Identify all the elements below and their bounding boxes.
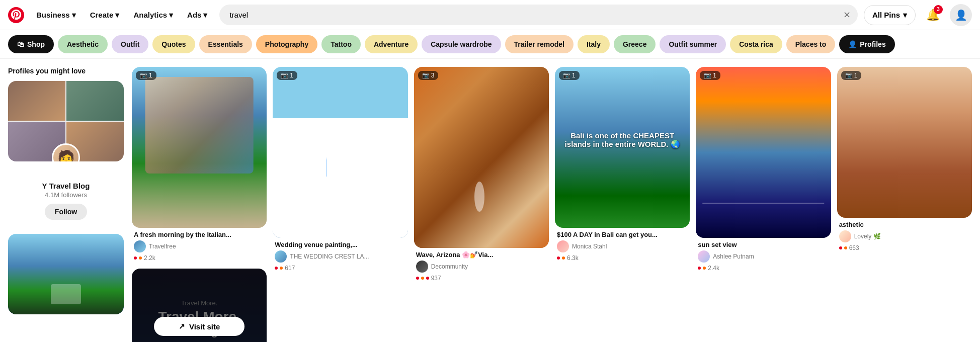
pin-info-aesthetic: asthetic Lovely 🌿 663: [837, 218, 972, 252]
pin-stats-sunset: 2.4k: [698, 265, 829, 272]
nav-create[interactable]: Create ▾: [84, 7, 126, 24]
pin-author-avatar-aesthetic: [839, 230, 851, 242]
stat-dot-bali-1: [557, 256, 560, 260]
user-avatar[interactable]: 👤: [950, 4, 972, 26]
camera-icon-bali: 📷: [563, 72, 570, 79]
pin-author-avatar-sunset: [698, 250, 710, 263]
pin-badge-wave: 📷 3: [418, 71, 439, 80]
chip-photography[interactable]: Photography: [256, 35, 317, 53]
pin-author-name-sunset: Ashlee Putnam: [713, 253, 754, 260]
camera-icon-amalfi: 📷: [140, 72, 147, 79]
pin-card-aesthetic[interactable]: 📷 1 asthetic Lovely 🌿 663: [837, 67, 972, 252]
stat-dot-bali-2: [562, 256, 565, 260]
chip-essentials[interactable]: Essentials: [199, 35, 252, 53]
sidebar-second-pin[interactable]: 📷 1: [8, 234, 124, 314]
chip-aesthetic[interactable]: Aesthetic: [58, 35, 108, 53]
create-chevron-icon: ▾: [115, 11, 119, 20]
stat-dot-aesthetic-2: [844, 246, 847, 249]
all-pins-button[interactable]: All Pins ▾: [864, 5, 916, 25]
search-input[interactable]: [219, 5, 858, 25]
pin-card-inner-sunset: 📷 1: [696, 67, 831, 238]
chip-adventure[interactable]: Adventure: [365, 35, 418, 53]
search-bar: ✕: [219, 5, 858, 25]
pin-card-inner-greece: 📷 1: [273, 67, 407, 238]
chip-costa-rica[interactable]: Costa rica: [730, 35, 782, 53]
pin-title-wave: Wave, Arizona 🌸💅Via...: [416, 251, 547, 259]
stat-dot-wave-3: [426, 277, 429, 280]
ads-chevron-icon: ▾: [203, 11, 207, 20]
pin-badge-greece: 📷 1: [277, 71, 297, 80]
chip-italy[interactable]: Italy: [578, 35, 610, 53]
pin-title-sunset: sun set view: [698, 241, 829, 248]
chip-outfit-summer[interactable]: Outfit summer: [660, 35, 726, 53]
pin-image-wave: [414, 67, 549, 248]
pin-author-row-sunset: Ashlee Putnam: [698, 250, 829, 263]
chip-quotes[interactable]: Quotes: [152, 35, 195, 53]
search-clear-icon[interactable]: ✕: [843, 10, 851, 21]
pin-card-promo[interactable]: Travel More. Travel More. 3 Free Nights …: [132, 269, 267, 342]
stat-dot-2: [139, 256, 142, 260]
visit-site-icon: ↗: [179, 322, 185, 331]
chip-greece[interactable]: Greece: [614, 35, 656, 53]
nav-ads[interactable]: Ads ▾: [181, 7, 213, 24]
chip-tattoo[interactable]: Tattoo: [321, 35, 361, 53]
pin-info-bali: $100 A DAY in Bali can get you... Monica…: [555, 228, 690, 263]
pin-author-name-aesthetic: Lovely 🌿: [854, 233, 881, 240]
camera-icon-aesthetic: 📷: [845, 72, 853, 79]
visit-site-button[interactable]: ↗ Visit site: [154, 317, 244, 336]
bali-overlay-text: Bali is one of the CHEAPEST islands in t…: [561, 131, 683, 149]
pin-info-wave: Wave, Arizona 🌸💅Via... Decommunity 937: [414, 248, 549, 283]
chip-outfit[interactable]: Outfit: [112, 35, 148, 53]
profile-bg-tile-2: [66, 81, 124, 121]
pin-author-row-greece: THE WEDDING CREST LA...: [275, 250, 405, 263]
camera-icon-sunset: 📷: [704, 72, 711, 79]
pin-stats-bali: 6.3k: [557, 254, 688, 262]
pin-stats-wave: 937: [416, 275, 547, 282]
analytics-chevron-icon: ▾: [169, 11, 173, 20]
pin-card-wave[interactable]: 📷 3 Wave, Arizona 🌸💅Via... Decommunity 9…: [414, 67, 549, 283]
pin-badge-amalfi: 📷 1: [136, 71, 156, 80]
chip-trailer-remodel[interactable]: Trailer remodel: [505, 35, 574, 53]
pin-card-greece[interactable]: 📷 1 Wedding venue painting,... THE WEDDI…: [273, 67, 407, 273]
pin-author-avatar-bali: [557, 240, 569, 252]
pin-card-inner-promo: Travel More. Travel More. 3 Free Nights …: [132, 269, 267, 342]
pin-info-sunset: sun set view Ashlee Putnam 2.4k: [696, 238, 831, 273]
nav-analytics[interactable]: Analytics ▾: [127, 7, 179, 24]
pin-image-sunset: [696, 67, 831, 238]
chip-shop[interactable]: 🛍 Shop: [8, 35, 54, 53]
pin-badge-aesthetic: 📷 1: [841, 71, 862, 80]
pin-author-name-bali: Monica Stahl: [572, 243, 607, 250]
chip-profiles[interactable]: 👤 Profiles: [839, 35, 894, 53]
profile-card[interactable]: 🧑: [8, 81, 124, 161]
camera-icon-greece: 📷: [281, 72, 288, 79]
pin-author-row-bali: Monica Stahl: [557, 240, 688, 252]
pinterest-logo[interactable]: [8, 7, 24, 23]
pin-card-inner-aesthetic: 📷 1: [837, 67, 972, 218]
main-nav: Business ▾ Create ▾ Analytics ▾ Ads ▾: [30, 7, 213, 24]
header: Business ▾ Create ▾ Analytics ▾ Ads ▾ ✕ …: [0, 0, 980, 30]
pin-card-bali[interactable]: Bali is one of the CHEAPEST islands in t…: [555, 67, 690, 263]
pin-card-sunset[interactable]: 📷 1 sun set view Ashlee Putnam 2.4k: [696, 67, 831, 273]
pin-author-avatar-greece: [275, 250, 287, 263]
chip-places-to[interactable]: Places to: [786, 35, 835, 53]
profile-followers: 4.1M followers: [12, 191, 120, 199]
pin-author-row-amalfi: Travelfree: [134, 240, 265, 252]
pin-card-amalfi[interactable]: 📷 1 A fresh morning by the Italian... Tr…: [132, 67, 267, 263]
stat-dot-greece-2: [280, 267, 283, 270]
nav-business[interactable]: Business ▾: [30, 7, 82, 24]
profile-info: Y Travel Blog 4.1M followers Follow: [8, 167, 124, 224]
stat-dot-sunset-1: [698, 267, 701, 270]
pin-card-inner-amalfi: 📷 1: [132, 67, 267, 228]
pin-overlay-promo: ↗ Visit site ↻ Watch again: [132, 269, 267, 342]
notification-button[interactable]: 🔔 3: [922, 4, 944, 26]
greece-wall-1: [326, 118, 354, 178]
main-content: Profiles you might love 🧑 Y Travel Blog …: [0, 59, 980, 342]
pin-image-greece: [273, 67, 407, 238]
pin-stats-amalfi: 2.2k: [134, 254, 265, 262]
pin-stats-greece: 617: [275, 265, 405, 272]
follow-button[interactable]: Follow: [45, 204, 87, 220]
stat-dot-sunset-2: [703, 267, 706, 270]
sidebar-title: Profiles you might love: [8, 67, 124, 75]
notification-badge: 3: [934, 5, 943, 14]
chip-capsule-wardrobe[interactable]: Capsule wardrobe: [422, 35, 501, 53]
